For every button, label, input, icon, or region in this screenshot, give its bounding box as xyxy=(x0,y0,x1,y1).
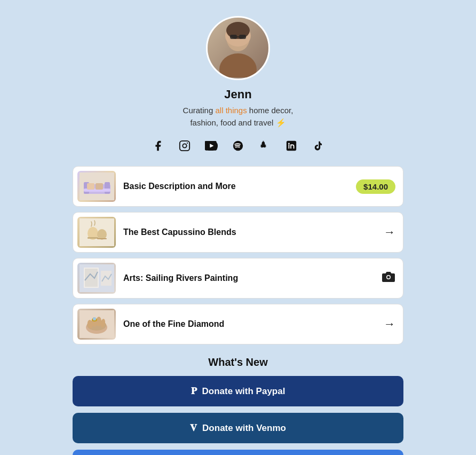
bio-highlight: all things xyxy=(215,106,247,115)
social-icons-row xyxy=(149,137,327,154)
svg-rect-25 xyxy=(97,238,107,239)
youtube-icon[interactable] xyxy=(203,137,220,154)
page-container: Jenn Curating all things home decor, fas… xyxy=(73,16,403,455)
card-label-3: Arts: Sailing Rivers Painting xyxy=(123,273,382,283)
svg-point-3 xyxy=(226,22,250,39)
svg-point-8 xyxy=(183,144,186,147)
profile-name: Jenn xyxy=(224,88,251,101)
card-label-1: Basic Description and More xyxy=(123,182,356,191)
svg-rect-4 xyxy=(230,35,237,39)
phone-button[interactable]: 📞 +1-541-754-3010 xyxy=(73,450,403,455)
tiktok-icon[interactable] xyxy=(310,137,327,154)
svg-point-9 xyxy=(187,143,188,144)
venmo-button[interactable]: 𝐕 Donate with Venmo xyxy=(73,413,403,443)
camera-icon-3 xyxy=(382,271,395,286)
card-action-3 xyxy=(382,271,395,286)
link-card-4[interactable]: One of the Fine Diamond → xyxy=(73,304,403,344)
venmo-label: Donate with Venmo xyxy=(202,423,286,434)
facebook-icon[interactable] xyxy=(149,137,166,154)
whats-new-heading: What's New xyxy=(208,356,267,368)
card-thumb-3 xyxy=(77,263,116,294)
snapchat-icon[interactable] xyxy=(256,137,273,154)
paypal-label: Donate with Paypal xyxy=(202,386,285,397)
card-action-1: $14.00 xyxy=(356,179,395,194)
svg-point-1 xyxy=(219,53,257,77)
card-thumb-2 xyxy=(77,217,116,248)
svg-rect-7 xyxy=(180,141,189,151)
card-thumb-1 xyxy=(77,171,116,202)
svg-point-31 xyxy=(387,276,390,279)
paypal-icon: 𝐏 xyxy=(191,386,197,397)
cards-section: Basic Description and More $14.00 xyxy=(73,166,403,344)
svg-rect-5 xyxy=(239,35,246,39)
link-card-3[interactable]: Arts: Sailing Rivers Painting xyxy=(73,258,403,299)
link-card-2[interactable]: The Best Capussino Blends → xyxy=(73,212,403,253)
svg-rect-29 xyxy=(101,271,112,286)
card-thumb-4 xyxy=(77,309,116,340)
avatar xyxy=(206,16,270,80)
spotify-icon[interactable] xyxy=(229,137,247,154)
arrow-icon-4: → xyxy=(384,317,395,331)
price-badge-1: $14.00 xyxy=(356,179,395,194)
arrow-icon-2: → xyxy=(384,225,395,239)
svg-rect-19 xyxy=(87,183,94,190)
cta-section: 𝐏 Donate with Paypal 𝐕 Donate with Venmo… xyxy=(73,376,403,455)
instagram-icon[interactable] xyxy=(176,137,193,154)
card-label-4: One of the Fine Diamond xyxy=(123,319,384,329)
paypal-button[interactable]: 𝐏 Donate with Paypal xyxy=(73,376,403,406)
svg-point-40 xyxy=(93,317,96,320)
svg-rect-24 xyxy=(88,237,98,239)
svg-point-13 xyxy=(288,143,290,145)
linkedin-icon[interactable] xyxy=(283,137,300,154)
profile-bio: Curating all things home decor, fashion,… xyxy=(183,105,293,129)
card-label-2: The Best Capussino Blends xyxy=(123,228,384,237)
avatar-image xyxy=(208,18,268,79)
card-action-2: → xyxy=(384,225,395,239)
svg-rect-20 xyxy=(96,183,103,190)
link-card-1[interactable]: Basic Description and More $14.00 xyxy=(73,166,403,207)
svg-point-11 xyxy=(233,141,243,151)
svg-rect-17 xyxy=(105,182,110,194)
card-action-4: → xyxy=(384,317,395,331)
venmo-icon: 𝐕 xyxy=(190,422,197,434)
